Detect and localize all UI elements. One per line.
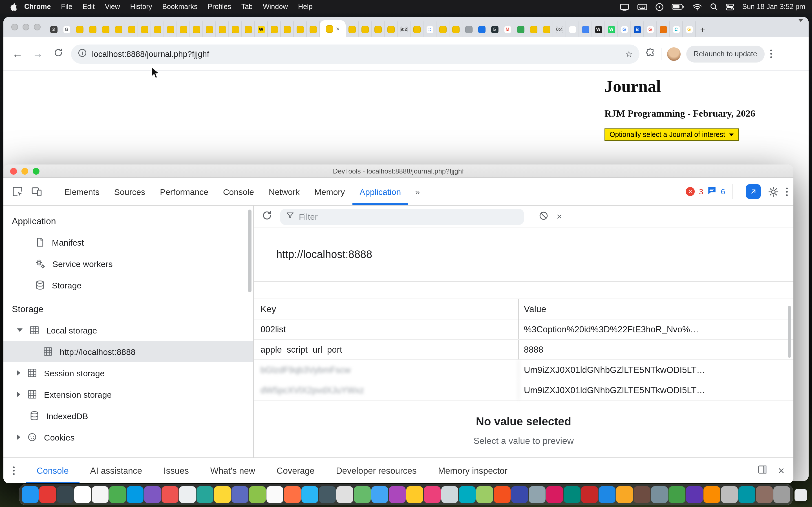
- column-header-value[interactable]: Value: [519, 299, 794, 319]
- sidebar-item-indexeddb[interactable]: IndexedDB: [3, 405, 253, 427]
- browser-tab[interactable]: [437, 21, 449, 37]
- bookmark-star-icon[interactable]: ☆: [625, 49, 633, 59]
- dock-app-icon[interactable]: [668, 486, 686, 503]
- dock-app-icon[interactable]: [39, 486, 56, 503]
- drawer-tab[interactable]: AI assistance: [80, 458, 153, 483]
- dock-app-icon[interactable]: [371, 486, 388, 503]
- tab-close-icon[interactable]: ×: [336, 25, 340, 32]
- browser-tab[interactable]: [527, 21, 540, 37]
- extensions-puzzle-icon[interactable]: [645, 48, 655, 60]
- dock-app-icon[interactable]: [686, 486, 703, 503]
- browser-tab[interactable]: [566, 21, 579, 37]
- menu-item[interactable]: History: [125, 3, 157, 11]
- dock-app-icon[interactable]: [651, 486, 668, 503]
- dock-app-icon[interactable]: [424, 486, 441, 503]
- storage-key[interactable]: 002list: [254, 320, 519, 339]
- profile-avatar[interactable]: [667, 47, 680, 61]
- dock-app-icon[interactable]: [739, 486, 755, 503]
- open-in-new-icon[interactable]: [746, 184, 761, 199]
- browser-tab[interactable]: [203, 21, 216, 37]
- dock-app-icon[interactable]: [22, 486, 39, 503]
- browser-tab[interactable]: [216, 21, 229, 37]
- menu-item[interactable]: Help: [293, 3, 317, 11]
- devtools-panel-tab[interactable]: Memory: [307, 178, 352, 205]
- menu-clock[interactable]: Sun 18 Jan 3:52 pm: [742, 3, 805, 11]
- chevron-down-icon[interactable]: [17, 328, 22, 332]
- browser-tab[interactable]: G: [618, 21, 631, 37]
- dock-app-icon[interactable]: [756, 486, 773, 503]
- url-text[interactable]: localhost:8888/journal.php?fjjghf: [92, 49, 620, 58]
- browser-tab[interactable]: [190, 21, 203, 37]
- dock-app-icon[interactable]: [126, 486, 144, 503]
- dock-app-icon[interactable]: [441, 486, 458, 503]
- sidebar-item-localhost-origin[interactable]: http://localhost:8888: [3, 341, 253, 362]
- browser-tab[interactable]: [99, 21, 112, 37]
- dock-app-icon[interactable]: [633, 486, 651, 503]
- browser-tab[interactable]: 20:44: [553, 21, 566, 37]
- keyboard-icon[interactable]: [637, 3, 647, 10]
- dock-app-icon[interactable]: [284, 486, 301, 503]
- devtools-panel-tab[interactable]: Sources: [107, 178, 153, 205]
- sidebar-scrollbar[interactable]: [248, 210, 252, 292]
- more-tabs-icon[interactable]: »: [410, 187, 424, 196]
- inspect-element-icon[interactable]: [9, 183, 26, 200]
- filter-box[interactable]: [280, 209, 524, 224]
- devtools-panel-tab[interactable]: Network: [261, 178, 307, 205]
- menu-item[interactable]: Chrome: [19, 3, 56, 11]
- dock-app-icon[interactable]: [581, 486, 598, 503]
- error-icon[interactable]: ×: [686, 187, 695, 196]
- menu-item[interactable]: View: [100, 3, 125, 11]
- new-tab-button[interactable]: +: [696, 21, 709, 37]
- browser-tab[interactable]: M: [501, 21, 514, 37]
- browser-tab[interactable]: [346, 21, 359, 37]
- dock-app-icon[interactable]: [511, 486, 528, 503]
- forward-button[interactable]: →: [31, 48, 45, 60]
- settings-gear-icon[interactable]: [765, 183, 781, 200]
- dock-app-icon[interactable]: [179, 486, 196, 503]
- browser-tab[interactable]: [73, 21, 86, 37]
- devtools-panel-tab[interactable]: Elements: [57, 178, 107, 205]
- apple-menu-icon[interactable]: [7, 3, 19, 11]
- device-toolbar-icon[interactable]: [28, 183, 45, 200]
- drawer-tab[interactable]: Memory inspector: [427, 458, 518, 483]
- tab-overflow-button[interactable]: [799, 22, 803, 32]
- browser-tab[interactable]: [514, 21, 527, 37]
- browser-tab[interactable]: [125, 21, 138, 37]
- dock-app-icon[interactable]: [109, 486, 126, 503]
- browser-tab[interactable]: [294, 21, 307, 37]
- screen-mirroring-icon[interactable]: [620, 3, 629, 10]
- browser-menu-icon[interactable]: [770, 50, 772, 58]
- drawer-tab[interactable]: Console: [26, 458, 80, 483]
- chevron-right-icon[interactable]: [17, 392, 20, 397]
- browser-tab[interactable]: G: [683, 21, 696, 37]
- drawer-tab[interactable]: What's new: [200, 458, 266, 483]
- sidebar-item-cookies[interactable]: Cookies: [3, 427, 253, 448]
- menu-item[interactable]: Bookmarks: [157, 3, 202, 11]
- dock-side-icon[interactable]: [757, 464, 768, 477]
- dock-app-icon[interactable]: [266, 486, 283, 503]
- browser-tab-active[interactable]: ×: [320, 20, 346, 37]
- browser-tab[interactable]: [307, 21, 320, 37]
- wifi-icon[interactable]: [693, 3, 702, 10]
- control-center-icon[interactable]: [726, 3, 734, 10]
- browser-tab[interactable]: 5: [488, 21, 501, 37]
- table-row[interactable]: dW5pcXVlX2pvdXJuYWxz Um9iZXJ0X01ldGNhbGZ…: [254, 380, 794, 400]
- drawer-menu-icon[interactable]: [12, 466, 15, 475]
- messages-icon[interactable]: [707, 186, 717, 198]
- menu-item[interactable]: Edit: [78, 3, 100, 11]
- close-window-button[interactable]: [11, 24, 18, 31]
- browser-tab[interactable]: 3: [47, 21, 60, 37]
- table-row[interactable]: bGlzdF9qb3VybmFscw Um9iZXJ0X01ldGNhbGZlL…: [254, 360, 794, 380]
- dock-app-icon[interactable]: [721, 486, 738, 503]
- devtools-panel-tab[interactable]: Application: [352, 178, 408, 205]
- dock-app-icon[interactable]: [57, 486, 73, 503]
- block-icon[interactable]: [539, 210, 549, 223]
- drawer-tab[interactable]: Issues: [153, 458, 200, 483]
- browser-tab[interactable]: [385, 21, 398, 37]
- dock-app-icon[interactable]: [92, 486, 109, 503]
- relaunch-button[interactable]: Relaunch to update: [686, 45, 765, 62]
- storage-key-redacted[interactable]: bGlzdF9qb3VybmFscw: [254, 360, 519, 380]
- browser-tab[interactable]: [281, 21, 294, 37]
- devtools-menu-icon[interactable]: [785, 187, 788, 196]
- dock-app-icon[interactable]: [389, 486, 406, 503]
